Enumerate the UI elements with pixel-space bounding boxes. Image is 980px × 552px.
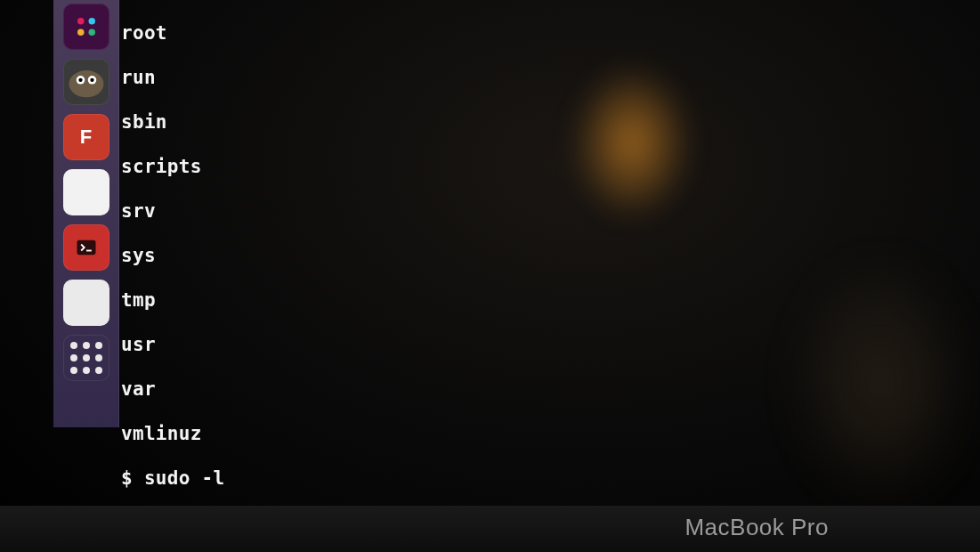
launcher-app-fritzing[interactable]: F — [63, 114, 109, 160]
ls-item: scripts — [121, 156, 980, 178]
launcher-app-unknown-1[interactable] — [63, 169, 109, 215]
fritzing-icon: F — [80, 126, 92, 149]
launcher-app-terminal[interactable] — [63, 224, 109, 271]
launcher-app-gimp[interactable] — [63, 59, 109, 105]
launcher-show-apps[interactable] — [63, 335, 109, 381]
gimp-icon — [63, 59, 109, 105]
launcher-dock: F — [53, 0, 119, 427]
prompt-line: $ sudo -l — [121, 467, 980, 490]
laptop-bezel: MacBook Pro — [0, 506, 980, 552]
screen: F root run sbin scripts srv sys tmp usr … — [0, 0, 980, 552]
ls-item: root — [121, 22, 980, 45]
apps-grid-icon — [70, 342, 102, 374]
svg-point-4 — [69, 70, 103, 97]
svg-point-1 — [88, 18, 95, 25]
command-text: sudo -l — [144, 467, 225, 489]
svg-point-2 — [77, 29, 85, 37]
ls-item: sys — [121, 245, 980, 267]
launcher-app-slack[interactable] — [63, 4, 109, 50]
svg-point-0 — [77, 18, 85, 25]
terminal-pane[interactable]: root run sbin scripts srv sys tmp usr va… — [121, 0, 980, 506]
ls-item: var — [121, 378, 980, 401]
terminal-icon — [74, 235, 99, 260]
svg-point-8 — [90, 78, 93, 82]
ls-item: srv — [121, 200, 980, 223]
ls-item: tmp — [121, 289, 980, 312]
slack-icon — [73, 13, 100, 40]
svg-point-7 — [78, 78, 82, 82]
prompt: $ — [121, 467, 144, 489]
ls-item: vmlinuz — [121, 423, 980, 445]
ls-item: sbin — [121, 111, 980, 134]
launcher-app-unknown-2[interactable] — [63, 280, 109, 326]
svg-rect-9 — [77, 240, 95, 255]
svg-point-3 — [88, 29, 95, 37]
macbook-pro-label: MacBook Pro — [684, 514, 829, 541]
ls-item: usr — [121, 334, 980, 356]
ls-item: run — [121, 67, 980, 89]
